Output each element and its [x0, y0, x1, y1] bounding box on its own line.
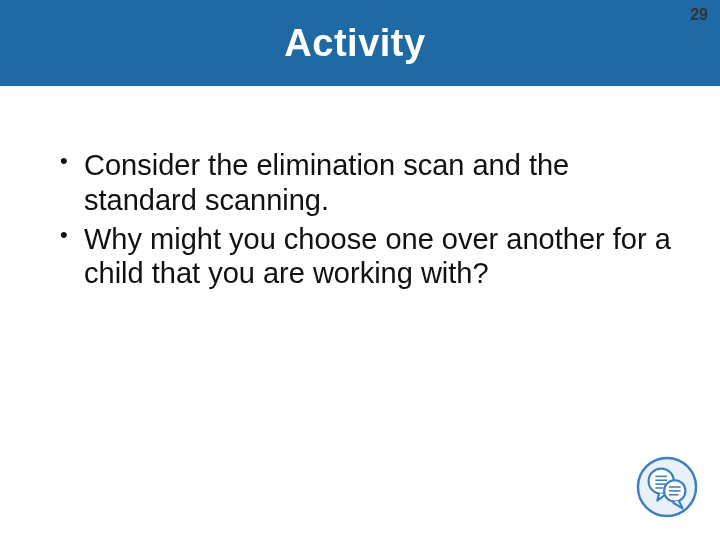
slide: 29 Activity Consider the elimination sca…: [0, 0, 720, 540]
list-item: Consider the elimination scan and the st…: [56, 148, 672, 218]
bullet-list: Consider the elimination scan and the st…: [56, 148, 672, 291]
title-bar: Activity: [0, 0, 720, 86]
list-item: Why might you choose one over another fo…: [56, 222, 672, 292]
page-number: 29: [690, 6, 708, 24]
slide-title: Activity: [284, 22, 425, 65]
discussion-icon: [636, 456, 698, 518]
content-area: Consider the elimination scan and the st…: [0, 86, 720, 291]
